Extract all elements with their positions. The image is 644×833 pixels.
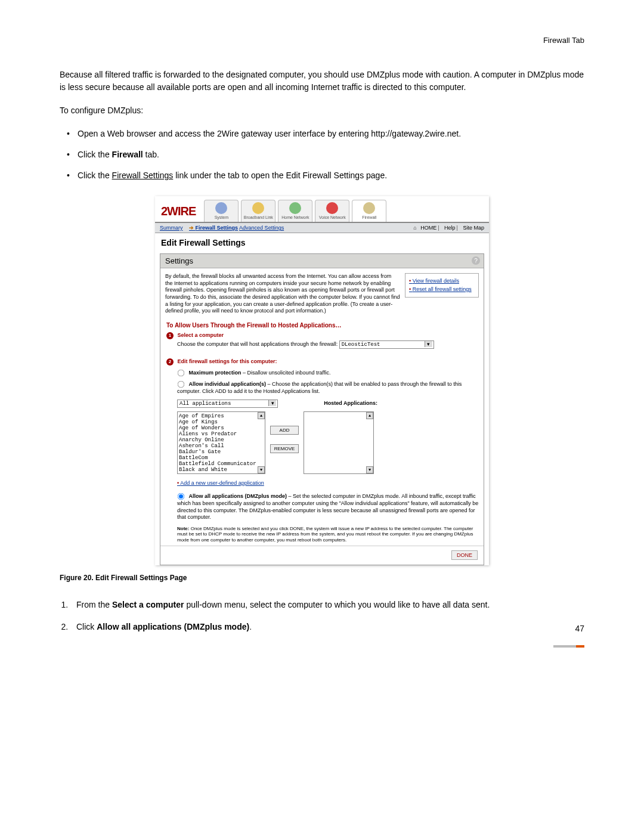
tab-firewall[interactable]: Firewall xyxy=(352,200,386,222)
list-item[interactable]: Age of Empires xyxy=(179,413,264,419)
tab-home-network[interactable]: Home Network xyxy=(278,200,312,222)
add-button[interactable]: ADD xyxy=(270,426,299,435)
footer-accent xyxy=(553,640,584,643)
available-apps-listbox[interactable]: ▲ ▼ Age of Empires Age of Kings Age of W… xyxy=(177,411,265,474)
list-item[interactable]: Baldur's Gate xyxy=(179,449,264,455)
screenshot-mock: 2WIRE System Broadband Link Home Network… xyxy=(155,196,489,565)
radio-dmzplus-input[interactable] xyxy=(178,493,185,500)
step-2-badge: 2 xyxy=(166,358,174,366)
figure-caption: Figure 20. Edit Firewall Settings Page xyxy=(60,574,584,582)
radio-dmzplus[interactable]: Allow all applications (DMZplus mode) – … xyxy=(177,493,484,521)
step-1-badge: 1 xyxy=(166,332,174,339)
bullet-1: Open a Web browser and access the 2Wire … xyxy=(78,128,584,140)
scroll-up-icon[interactable]: ▲ xyxy=(258,412,265,419)
link-home[interactable]: HOME xyxy=(420,225,436,231)
radio-max-protection[interactable]: Maximum protection – Disallow unsolicite… xyxy=(177,369,484,377)
step-1-text: Choose the computer that will host appli… xyxy=(177,341,338,347)
broadband-icon xyxy=(252,202,264,214)
link-view-firewall-details[interactable]: View firewall details xyxy=(409,277,475,286)
apps-category-dropdown[interactable]: All applications xyxy=(177,400,278,408)
help-icon[interactable]: ? xyxy=(472,256,480,265)
hosted-apps-listbox[interactable]: ▲ ▼ xyxy=(304,411,374,474)
done-button[interactable]: DONE xyxy=(451,550,478,560)
brand-logo: 2WIRE xyxy=(161,205,196,222)
list-item[interactable]: Battlefield Communicator xyxy=(179,461,264,467)
step-item-1: From the Select a computer pull-down men… xyxy=(70,599,584,611)
select-computer-dropdown[interactable]: DLeosticTest xyxy=(339,340,434,349)
scroll-down-icon[interactable]: ▼ xyxy=(258,466,265,473)
bullet-list: Open a Web browser and access the 2Wire … xyxy=(60,128,584,182)
subnav-firewall-settings[interactable]: Firewall Settings xyxy=(189,225,238,231)
step-1: 1 Select a computer Choose the computer … xyxy=(166,332,478,349)
firewall-icon xyxy=(363,202,375,214)
tab-voice-network[interactable]: Voice Network xyxy=(315,200,349,222)
side-links-box: View firewall details Reset all firewall… xyxy=(405,273,479,298)
sub-nav: Summary Firewall Settings Advanced Setti… xyxy=(155,223,489,233)
panel-intro-text: By default, the firewall blocks all unwa… xyxy=(165,273,400,315)
note-text: Note: Once DMZplus mode is selected and … xyxy=(177,526,478,543)
panel-heading: Settings ? xyxy=(160,254,484,268)
top-tabs: 2WIRE System Broadband Link Home Network… xyxy=(155,196,489,223)
remove-button[interactable]: REMOVE xyxy=(270,444,299,453)
link-sitemap[interactable]: Site Map xyxy=(463,225,484,231)
list-item[interactable]: Age of Wonders xyxy=(179,425,264,431)
radio-max-protection-input[interactable] xyxy=(178,370,185,377)
section-heading-red: To Allow Users Through the Firewall to H… xyxy=(166,322,478,329)
home-network-icon xyxy=(289,202,301,214)
settings-panel: Settings ? By default, the firewall bloc… xyxy=(160,253,484,565)
bullet-3: Click the Firewall Settings link under t… xyxy=(78,169,584,182)
step-2-title: Edit firewall settings for this computer… xyxy=(178,358,277,364)
subnav-summary[interactable]: Summary xyxy=(160,225,183,231)
home-icon: ⌂ xyxy=(413,225,416,231)
step-item-2: Click Allow all applications (DMZplus mo… xyxy=(70,621,584,633)
list-item[interactable]: Black and White xyxy=(179,467,264,473)
list-item[interactable]: BattleCom xyxy=(179,455,264,461)
radio-allow-individual-input[interactable] xyxy=(178,381,185,388)
radio-allow-individual[interactable]: Allow individual application(s) – Choose… xyxy=(177,380,484,395)
intro-paragraph-1: Because all filtered traffic is forwarde… xyxy=(60,69,584,94)
list-item[interactable]: Aliens vs Predator xyxy=(179,431,264,437)
scroll-up-icon[interactable]: ▲ xyxy=(366,412,373,419)
tab-broadband[interactable]: Broadband Link xyxy=(241,200,275,222)
system-icon xyxy=(215,202,227,214)
list-item[interactable]: Anarchy Online xyxy=(179,437,264,443)
scroll-down-icon[interactable]: ▼ xyxy=(366,466,373,473)
hosted-apps-label: Hosted Applications: xyxy=(324,400,377,406)
tab-system[interactable]: System xyxy=(204,200,239,222)
list-item[interactable]: Age of Kings xyxy=(179,419,264,425)
voice-icon xyxy=(326,202,338,214)
intro-paragraph-2: To configure DMZplus: xyxy=(60,104,584,117)
page-header-label: Firewall Tab xyxy=(60,36,584,45)
subnav-advanced[interactable]: Advanced Settings xyxy=(239,225,284,231)
link-help[interactable]: Help xyxy=(444,225,456,231)
list-item[interactable]: Asheron's Call xyxy=(179,443,264,449)
step-2: 2 Edit firewall settings for this comput… xyxy=(166,358,478,366)
add-user-defined-link[interactable]: Add a new user-defined application xyxy=(177,480,264,486)
link-reset-firewall[interactable]: Reset all firewall settings xyxy=(409,286,475,294)
page-title: Edit Firewall Settings xyxy=(155,233,489,251)
numbered-steps: From the Select a computer pull-down men… xyxy=(60,599,584,633)
page-number: 47 xyxy=(575,624,584,633)
step-1-title: Select a computer xyxy=(178,332,224,338)
bullet-2: Click the Firewall tab. xyxy=(78,148,584,161)
